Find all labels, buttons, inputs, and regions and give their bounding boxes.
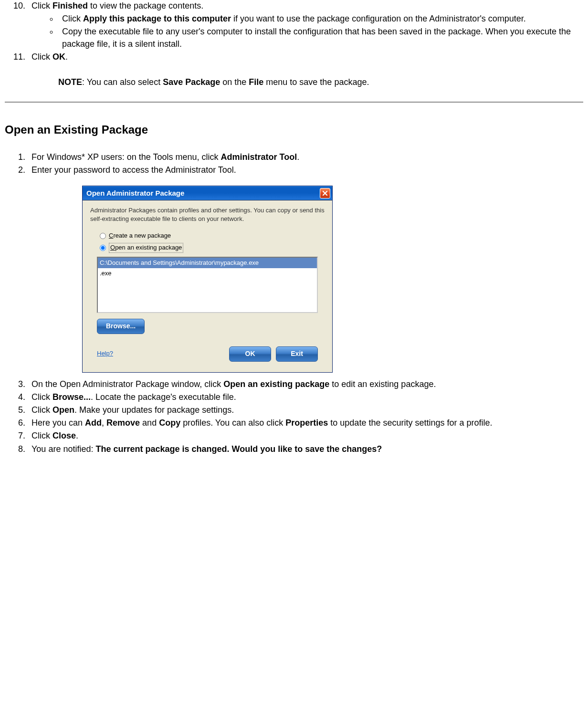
text: to edit an existing package. (329, 379, 436, 389)
text: On the Open Administrator Package window… (32, 379, 223, 389)
step-1: For Windows* XP users: on the Tools menu… (28, 151, 583, 163)
step-11: Click OK. NOTE: You can also select Save… (28, 51, 583, 88)
text: menu to save the package. (263, 77, 369, 87)
text: . (297, 152, 299, 162)
text: Click (32, 405, 52, 415)
ok-button[interactable]: OK (229, 346, 271, 362)
text: to view the package contents. (88, 1, 203, 10)
text: to update the security settings for a pr… (328, 418, 492, 428)
note-block: NOTE: You can also select Save Package o… (58, 76, 583, 88)
text: . (76, 431, 78, 440)
exit-button[interactable]: Exit (276, 346, 318, 362)
step-2: Enter your password to access the Admini… (28, 164, 583, 373)
text: profiles. You can also click (180, 418, 285, 428)
heading-open-existing: Open an Existing Package (5, 122, 583, 138)
bold: OK (52, 52, 65, 62)
text: Click (32, 52, 52, 62)
bold: Close (52, 431, 76, 440)
open-admin-package-dialog: Open Administrator Package Administrator… (82, 186, 333, 372)
list-item[interactable]: .exe (98, 268, 317, 279)
note-label: NOTE (58, 77, 82, 87)
text: : You can also select (82, 77, 163, 87)
text: . Make your updates for package settings… (74, 405, 234, 415)
text: . (65, 52, 68, 62)
text: For Windows* XP users: on the Tools menu… (32, 152, 221, 162)
bold: Open (52, 405, 74, 415)
bold: Remove (106, 418, 140, 428)
browse-button[interactable]: Browse... (97, 319, 145, 334)
bold: Copy (159, 418, 180, 428)
bold: Administrator Tool (221, 152, 297, 162)
text: Click (32, 392, 52, 402)
step-6: Here you can Add, Remove and Copy profil… (28, 417, 583, 429)
sub-bullet-1: Click Apply this package to this compute… (58, 13, 583, 25)
step-10: Click Finished to view the package conte… (28, 0, 583, 50)
dialog-screenshot: Open Administrator Package Administrator… (82, 186, 583, 372)
dialog-title: Open Administrator Package (86, 188, 184, 198)
help-link[interactable]: Help? (97, 349, 113, 358)
step-8: You are notified: The current package is… (28, 443, 583, 455)
radio-open-existing[interactable]: Open an existing package (100, 243, 325, 252)
step-3: On the Open Administrator Package window… (28, 378, 583, 390)
radio-create-new[interactable]: CCreate a new packagereate a new package (100, 231, 325, 240)
step-4: Click Browse.... Locate the package's ex… (28, 391, 583, 403)
bold: Add (85, 418, 102, 428)
bold: Apply this package to this computer (83, 14, 231, 23)
close-icon[interactable] (320, 188, 330, 199)
bold: The current package is changed. Would yo… (95, 444, 382, 454)
step-5: Click Open. Make your updates for packag… (28, 404, 583, 416)
radio-input[interactable] (100, 245, 106, 251)
list-item-selected[interactable]: C:\Documents and Settings\Administrator\… (98, 258, 317, 268)
text: Here you can (32, 418, 85, 428)
text: Click (62, 14, 83, 23)
radio-label: Open an existing package (109, 243, 183, 252)
bold: Finished (52, 1, 88, 10)
bold: Save Package (163, 77, 220, 87)
dialog-titlebar: Open Administrator Package (83, 186, 332, 200)
bold: Properties (285, 418, 328, 428)
text: , (102, 418, 106, 428)
text: on the (220, 77, 249, 87)
radio-label: CCreate a new packagereate a new package (109, 231, 171, 240)
text: Enter your password to access the Admini… (32, 165, 236, 175)
sub-bullet-2: Copy the executable file to any user's c… (58, 26, 583, 50)
text: You are notified: (32, 444, 95, 454)
bold: File (249, 77, 263, 87)
text: Click (32, 1, 52, 10)
bold: Open an existing package (223, 379, 329, 389)
text: . Locate the package's executable file. (91, 392, 236, 402)
radio-input[interactable] (100, 233, 106, 239)
text: Click (32, 431, 52, 440)
dialog-description: Administrator Packages contain profiles … (90, 206, 325, 223)
step-7: Click Close. (28, 430, 583, 442)
text: if you want to use the package configura… (231, 14, 526, 23)
divider (5, 102, 583, 103)
text: and (140, 418, 159, 428)
text: Copy the executable file to any user's c… (62, 27, 571, 48)
bold: Browse... (52, 392, 91, 402)
dialog-body: Administrator Packages contain profiles … (83, 200, 332, 372)
package-listbox[interactable]: C:\Documents and Settings\Administrator\… (97, 257, 318, 313)
